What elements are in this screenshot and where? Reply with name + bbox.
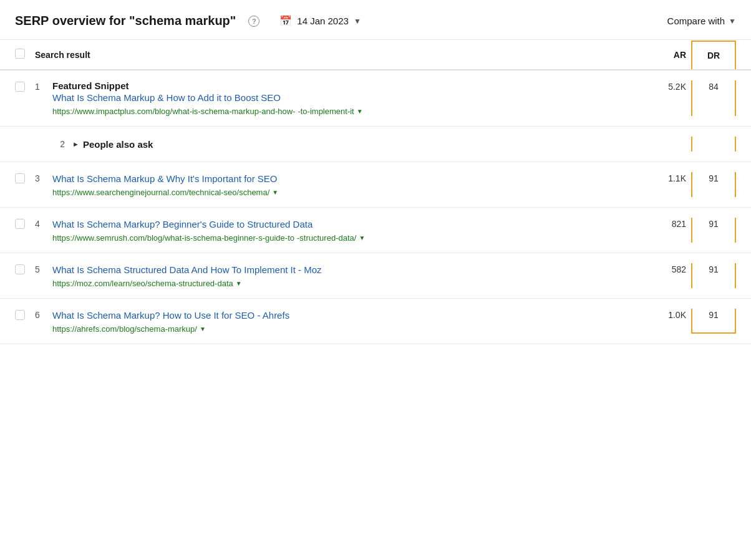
row-ar: 5.2K xyxy=(641,80,691,92)
row-5-checkbox[interactable] xyxy=(15,264,25,274)
row-content: Featured Snippet What Is Schema Markup &… xyxy=(52,80,641,116)
table-row: 4 What Is Schema Markup? Beginner's Guid… xyxy=(0,208,751,253)
row-checkbox-cell xyxy=(15,172,35,185)
row-number: 1 xyxy=(35,80,52,92)
results-table: Search result AR DR 1 Featured Snippet W… xyxy=(0,40,751,344)
row-6-checkbox[interactable] xyxy=(15,310,25,320)
row-number: 5 xyxy=(35,263,52,274)
header: SERP overview for "schema markup" ? 📅 14… xyxy=(0,0,751,40)
row-dr: 91 xyxy=(691,263,736,288)
table-row: 1 Featured Snippet What Is Schema Markup… xyxy=(0,70,751,127)
url-text-2: -structured-data/ xyxy=(297,233,356,243)
result-link[interactable]: What Is Schema Markup & Why It's Importa… xyxy=(52,172,641,185)
result-link[interactable]: What Is Schema Markup? Beginner's Guide … xyxy=(52,218,641,231)
header-checkbox-cell xyxy=(15,49,35,60)
page-container: SERP overview for "schema markup" ? 📅 14… xyxy=(0,0,751,560)
url-text-2: -to-implement-it xyxy=(298,107,354,116)
row-ar: 582 xyxy=(641,263,691,274)
url-text: https://www.searchenginejournal.com/tech… xyxy=(52,188,269,197)
result-url: https://www.searchenginejournal.com/tech… xyxy=(52,188,641,197)
date-selector[interactable]: 📅 14 Jan 2023 ▼ xyxy=(279,15,361,27)
row-dr: 91 xyxy=(691,218,736,243)
table-row: 3 What Is Schema Markup & Why It's Impor… xyxy=(0,162,751,208)
result-url: https://www.semrush.com/blog/what-is-sch… xyxy=(52,233,641,243)
row-ar: 821 xyxy=(641,218,691,229)
col-search-result: Search result xyxy=(35,50,641,60)
date-label: 14 Jan 2023 xyxy=(297,16,349,26)
row-checkbox-cell xyxy=(15,80,35,94)
calendar-icon: 📅 xyxy=(279,15,292,27)
row-ar: 1.1K xyxy=(641,172,691,183)
url-expand-arrow[interactable]: ▼ xyxy=(359,234,365,241)
row-checkbox-cell xyxy=(15,218,35,231)
url-expand-arrow[interactable]: ▼ xyxy=(272,189,278,196)
row-dr: 91 xyxy=(691,172,736,197)
help-icon[interactable]: ? xyxy=(248,16,259,27)
featured-snippet-label: Featured Snippet xyxy=(52,80,129,91)
compare-with-button[interactable]: Compare with ▼ xyxy=(667,16,736,26)
row-content: What Is Schema Structured Data And How T… xyxy=(52,263,641,288)
row-dr: 91 xyxy=(691,309,736,334)
compare-dropdown-arrow: ▼ xyxy=(729,17,736,26)
page-title: SERP overview for "schema markup" xyxy=(15,14,236,28)
paa-label: People also ask xyxy=(83,139,153,150)
result-link[interactable]: What Is Schema Structured Data And How T… xyxy=(52,263,641,276)
paa-expand-icon[interactable]: ► xyxy=(72,140,79,148)
paa-row-number: 2 xyxy=(35,139,72,149)
table-row: 5 What Is Schema Structured Data And How… xyxy=(0,253,751,299)
row-checkbox-cell xyxy=(15,263,35,276)
featured-snippet-label-row: Featured Snippet xyxy=(52,80,641,91)
date-dropdown-arrow: ▼ xyxy=(354,17,361,26)
row-1-checkbox[interactable] xyxy=(15,82,25,92)
row-number: 4 xyxy=(35,218,52,229)
row-number: 6 xyxy=(35,309,52,320)
col-dr: DR xyxy=(691,41,736,69)
table-row: 6 What Is Schema Markup? How to Use It f… xyxy=(0,299,751,344)
row-ar: 1.0K xyxy=(641,309,691,320)
url-text: https://moz.com/learn/seo/schema-structu… xyxy=(52,279,233,288)
row-4-checkbox[interactable] xyxy=(15,219,25,229)
row-number: 3 xyxy=(35,172,52,183)
table-row: 2 ► People also ask xyxy=(0,127,751,162)
row-dr: 84 xyxy=(691,80,736,116)
result-link[interactable]: What Is Schema Markup & How to Add it to… xyxy=(52,91,641,104)
row-content: What Is Schema Markup? How to Use It for… xyxy=(52,309,641,334)
url-expand-arrow[interactable]: ▼ xyxy=(200,326,206,332)
result-url: https://ahrefs.com/blog/schema-markup/ ▼ xyxy=(52,324,641,334)
result-url: https://www.impactplus.com/blog/what-is-… xyxy=(52,107,641,116)
url-text: https://www.impactplus.com/blog/what-is-… xyxy=(52,107,295,116)
table-header: Search result AR DR xyxy=(0,40,751,70)
compare-label: Compare with xyxy=(667,16,725,26)
url-text: https://ahrefs.com/blog/schema-markup/ xyxy=(52,324,197,334)
paa-dr-empty xyxy=(691,137,736,152)
select-all-checkbox[interactable] xyxy=(15,49,25,59)
row-3-checkbox[interactable] xyxy=(15,173,25,183)
result-link[interactable]: What Is Schema Markup? How to Use It for… xyxy=(52,309,641,322)
url-text: https://www.semrush.com/blog/what-is-sch… xyxy=(52,233,294,243)
row-content: What Is Schema Markup & Why It's Importa… xyxy=(52,172,641,197)
row-checkbox-cell xyxy=(15,309,35,322)
url-expand-arrow[interactable]: ▼ xyxy=(357,108,363,115)
url-expand-arrow[interactable]: ▼ xyxy=(236,280,242,287)
result-url: https://moz.com/learn/seo/schema-structu… xyxy=(52,279,641,288)
row-content: What Is Schema Markup? Beginner's Guide … xyxy=(52,218,641,243)
col-ar: AR xyxy=(641,50,691,60)
